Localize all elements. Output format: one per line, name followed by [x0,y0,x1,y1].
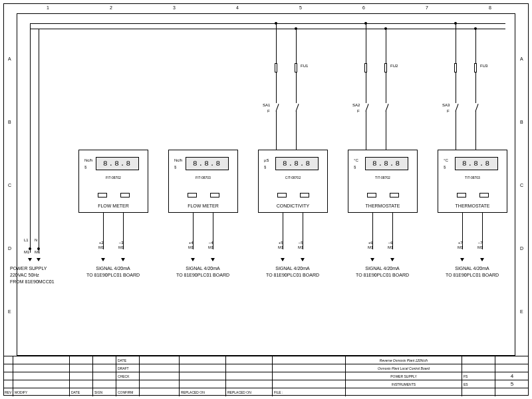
tb-date-h: DATE [116,356,140,364]
tb-confirm-h: CONFIRM [116,388,140,396]
tb-sign-h: SIGN [93,388,116,396]
m5-sig1: SIGNAL 4/20mA [436,266,509,271]
meter-1-display: 8.8.8 [96,157,139,170]
grid-row-c-right: C [520,183,523,188]
ps-term-N-label: N [35,238,37,243]
meter-3-btns [259,193,327,198]
tb-file-h: FILE : [273,388,346,396]
grid-row-d-right: D [520,246,523,251]
m5-sig2: TO 81E90PLC01 BOARD [436,273,509,278]
m3-term-L: +5 M1 [278,241,283,249]
ps-label-1: POWER SUPPLY [10,266,70,271]
ps-label-2: 220VAC 50Hz [10,273,70,278]
m2-arrow-R [211,258,215,261]
meter-3-btn-2 [300,193,309,198]
ps-label-3: FROM 81E90MCC01 [10,279,70,285]
meter-3-unit: µS [264,158,269,162]
grid-row-e-left: E [8,309,11,314]
grid-row-a-left: A [8,57,11,61]
fuse-2-R [384,63,387,72]
m5-feed-R [475,29,476,150]
fuse-2-label: FU2 [390,64,398,68]
grid-row-b-left: B [8,120,11,124]
meter-5-unit: °C [444,158,448,162]
tb-proj2: Osmosis Plant Local Control Board [346,364,462,372]
meter-4: °C § 8.8.8 TIT-08702 THERMOSTATE [348,150,418,213]
m1-term-L: +2 M1 [98,241,104,249]
tb-modify-h: MODIFY [13,388,70,396]
meter-4-unit: °C [354,158,358,162]
grid-row-d-left: D [8,246,11,251]
ps-arrow-L [28,258,32,261]
m4-term-L: +6 M1 [368,241,373,249]
m4-tap-R [384,27,387,30]
title-block: DATE Reverse Osmosis Plant 120Nc/h DRAFT… [3,356,529,396]
sw-2-note: F [357,109,360,113]
m2-term-L: +4 M1 [188,241,194,249]
tb-proj1: Reverse Osmosis Plant 120Nc/h [346,356,462,364]
meter-2-btns [169,193,237,198]
meter-5-btns [438,193,507,198]
m4-sig2: TO 81E90PLC01 BOARD [346,273,419,278]
ps-m-N: M1 [35,250,40,255]
busbar-L [30,23,505,24]
grid-row-b-right: B [520,120,523,124]
meter-1-unit: Nc/h [84,158,92,162]
tb-sheet2: INSTRUMENTS [346,380,462,388]
m4-feed-R [386,29,386,150]
meter-4-label: THERMOSTATE [348,203,417,208]
meter-1-btns [79,193,148,198]
tb-sheet1: POWER SUPPLY [346,372,462,380]
m5-tap-R [474,27,477,30]
m3-tap-R [295,27,297,30]
meter-3-tag: CIT-08702 [259,176,327,180]
ps-arrow-N [37,258,41,261]
m5-arrow-R [480,258,484,261]
m4-arrow-L [370,258,374,261]
fuse-1-R [295,63,297,72]
m3-sig1: SIGNAL 4/20mA [256,266,329,271]
ps-m-L: M1 [24,250,29,255]
tb-replon2-h: REPLACED ON [226,388,273,396]
busbar-N [30,29,505,29]
m4-arrow-R [390,258,394,261]
m1-sig1: SIGNAL 4/20mA [76,266,150,271]
m4-sig1: SIGNAL 4/20mA [346,266,419,271]
m1-term-R: −3 M1 [118,241,124,249]
ps-wire-L [30,23,31,253]
grid-col-6-top: 6 [362,5,365,10]
meter-2-sym: § [174,165,176,169]
m4-feed-L [366,23,366,150]
meter-1: Nc/h § 8.8.8 FIT-08702 FLOW METER [78,150,148,213]
meter-5-tag: TIT-08703 [438,176,507,180]
grid-row-c-left: C [8,183,11,188]
ps-term-L-label: L1 [24,238,29,243]
meter-4-btns [348,193,417,198]
m5-feed-L [456,23,456,150]
tb-date-bh: DATE [70,388,93,396]
sw-1-label: SA1 [263,103,270,107]
tb-es: ES [462,380,495,388]
m3-arrow-L [281,258,285,261]
m4-term-R: −6 M1 [388,241,393,249]
meter-3-display: 8.8.8 [275,157,319,170]
meter-4-sym: § [354,165,356,169]
grid-col-5-top: 5 [299,5,302,10]
sw-3-label: SA3 [442,103,450,107]
meter-2-btn-1 [188,193,197,198]
tb-fs: FS [462,372,495,380]
grid-row-a-right: A [520,57,523,61]
meter-2-btn-2 [210,193,219,198]
m3-feed-L [276,23,277,150]
m3-sig2: TO 81E90PLC01 BOARD [256,273,329,278]
grid-col-3-top: 3 [173,5,176,10]
tb-check-h: CHECK [116,372,140,380]
m3-feed-R [296,29,297,150]
ps-wire-N [39,29,39,253]
meter-2-display: 8.8.8 [186,157,229,170]
meter-1-sym: § [84,165,86,169]
tb-rev-h: REV [3,388,13,396]
m2-sig2: TO 81E90PLC01 BOARD [166,273,239,278]
m2-arrow-L [191,258,195,261]
m3-term-R: −5 M1 [298,241,303,249]
